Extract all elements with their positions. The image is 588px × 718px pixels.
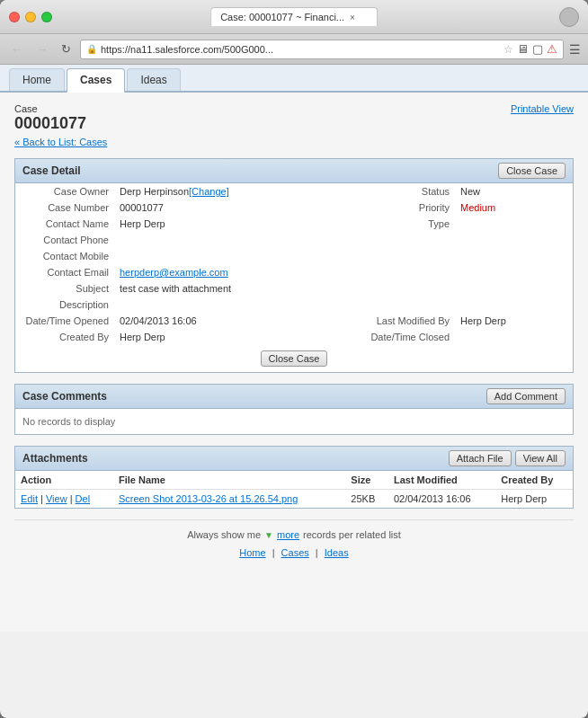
tab-close-icon[interactable]: × bbox=[350, 13, 355, 22]
created-by-label: Created By bbox=[15, 329, 114, 345]
view-attachment-link[interactable]: View bbox=[46, 493, 67, 504]
page-footer: Always show me ▼ more records per relate… bbox=[14, 519, 574, 567]
records-text: records per related list bbox=[303, 529, 401, 540]
case-owner-value: Derp Herpinson[Change] bbox=[114, 183, 365, 199]
dropdown-icon[interactable]: ▼ bbox=[264, 530, 273, 540]
attachments-header: Attachments Attach File View All bbox=[15, 447, 573, 471]
no-records-message: No records to display bbox=[22, 416, 115, 427]
url-text: https://na11.salesforce.com/500G000... bbox=[101, 44, 500, 55]
more-link[interactable]: more bbox=[277, 529, 299, 540]
minimize-button[interactable] bbox=[25, 12, 36, 22]
del-attachment-link[interactable]: Del bbox=[76, 493, 91, 504]
footer-ideas-link[interactable]: Ideas bbox=[325, 547, 349, 558]
tab-title: Case: 00001077 ~ Financi... bbox=[220, 12, 344, 22]
status-label: Status bbox=[365, 183, 455, 199]
back-to-list-link[interactable]: « Back to List: Cases bbox=[14, 137, 574, 147]
contact-email-value: herpderp@example.com bbox=[114, 264, 573, 280]
col-last-modified: Last Modified bbox=[388, 471, 495, 490]
priority-label: Priority bbox=[365, 199, 455, 216]
tab-home[interactable]: Home bbox=[9, 68, 65, 91]
contact-mobile-value bbox=[114, 248, 365, 264]
window-controls bbox=[9, 12, 52, 22]
email-link[interactable]: herpderp@example.com bbox=[120, 267, 228, 278]
description-value bbox=[114, 297, 573, 313]
edit-attachment-link[interactable]: Edit bbox=[21, 493, 38, 504]
case-comments-section: Case Comments Add Comment No records to … bbox=[14, 384, 574, 435]
refresh-button[interactable]: ↻ bbox=[58, 40, 75, 58]
browser-tab[interactable]: Case: 00001077 ~ Financi... × bbox=[210, 7, 378, 26]
footer-sep-2: | bbox=[316, 547, 318, 558]
change-owner-link[interactable]: [Change] bbox=[189, 186, 229, 197]
case-number-label: Case Number bbox=[15, 199, 114, 216]
user-avatar bbox=[559, 7, 579, 27]
contact-name-value: Herp Derp bbox=[114, 216, 365, 232]
contact-phone-label: Contact Phone bbox=[15, 232, 114, 248]
tab-cases[interactable]: Cases bbox=[67, 68, 125, 93]
attachment-created-by: Herp Derp bbox=[495, 490, 573, 509]
tab-ideas[interactable]: Ideas bbox=[127, 68, 180, 91]
window-icon[interactable]: ▢ bbox=[532, 42, 543, 56]
title-bar: Case: 00001077 ~ Financi... × bbox=[0, 0, 588, 34]
status-value: New bbox=[455, 183, 573, 199]
attachments-section: Attachments Attach File View All Action … bbox=[14, 446, 574, 509]
case-owner-label: Case Owner bbox=[15, 183, 114, 199]
table-row: Case Owner Derp Herpinson[Change] Status… bbox=[15, 183, 573, 199]
table-row: Contact Mobile bbox=[15, 248, 573, 264]
table-row: Contact Name Herp Derp Type bbox=[15, 216, 573, 232]
case-comments-title: Case Comments bbox=[22, 390, 107, 403]
contact-email-label: Contact Email bbox=[15, 264, 114, 280]
screen-icon[interactable]: 🖥 bbox=[517, 42, 529, 56]
attach-file-button[interactable]: Attach File bbox=[449, 450, 512, 466]
close-case-button-top[interactable]: Close Case bbox=[498, 163, 566, 179]
case-header: Case 00001077 Printable View bbox=[14, 103, 574, 133]
browser-window: Case: 00001077 ~ Financi... × ← → ↻ 🔒 ht… bbox=[0, 0, 588, 718]
datetime-closed-label: Date/Time Closed bbox=[365, 329, 455, 345]
case-comments-body: No records to display bbox=[15, 409, 573, 434]
footer-cases-link[interactable]: Cases bbox=[281, 547, 309, 558]
file-link[interactable]: Screen Shot 2013-03-26 at 15.26.54.png bbox=[119, 493, 298, 504]
subject-value: test case with attachment bbox=[114, 280, 573, 297]
case-number: 00001077 bbox=[14, 114, 86, 133]
close-case-button-bottom[interactable]: Close Case bbox=[261, 350, 328, 367]
contact-phone-value bbox=[114, 232, 365, 248]
table-row: Created By Herp Derp Date/Time Closed bbox=[15, 329, 573, 345]
last-modified-by-value: Herp Derp bbox=[455, 313, 573, 329]
table-row: Subject test case with attachment bbox=[15, 280, 573, 297]
lock-icon: 🔒 bbox=[86, 44, 97, 54]
attachments-buttons: Attach File View All bbox=[449, 450, 566, 466]
table-header-row: Action File Name Size Last Modified Crea… bbox=[15, 471, 573, 490]
attachment-size: 25KB bbox=[345, 490, 388, 509]
attachments-title: Attachments bbox=[22, 452, 88, 465]
bookmark-icon[interactable]: ☆ bbox=[503, 43, 513, 56]
close-case-row: Close Case bbox=[15, 345, 573, 372]
case-detail-title: Case Detail bbox=[22, 164, 81, 177]
case-label: Case bbox=[14, 103, 86, 114]
table-row: Description bbox=[15, 297, 573, 313]
datetime-opened-label: Date/Time Opened bbox=[15, 313, 114, 329]
view-all-button[interactable]: View All bbox=[515, 450, 566, 466]
close-button[interactable] bbox=[9, 12, 20, 22]
subject-label: Subject bbox=[15, 280, 114, 297]
maximize-button[interactable] bbox=[41, 12, 52, 22]
attachments-table: Action File Name Size Last Modified Crea… bbox=[15, 471, 573, 508]
col-filename: File Name bbox=[113, 471, 345, 490]
table-row: Edit | View | Del Screen Shot 2013-03-26… bbox=[15, 490, 573, 509]
footer-home-link[interactable]: Home bbox=[239, 547, 265, 558]
case-detail-header: Case Detail Close Case bbox=[15, 159, 573, 183]
always-show-text: Always show me bbox=[187, 529, 261, 540]
datetime-closed-value bbox=[455, 329, 573, 345]
table-row: Contact Phone bbox=[15, 232, 573, 248]
case-detail-section: Case Detail Close Case Case Owner Derp H… bbox=[14, 158, 574, 373]
alert-icon[interactable]: ⚠ bbox=[547, 42, 557, 56]
forward-button[interactable]: → bbox=[32, 40, 52, 58]
col-action: Action bbox=[15, 471, 113, 490]
back-button[interactable]: ← bbox=[7, 40, 27, 58]
url-bar[interactable]: 🔒 https://na11.salesforce.com/500G000...… bbox=[80, 40, 564, 59]
add-comment-button[interactable]: Add Comment bbox=[486, 388, 566, 404]
menu-icon[interactable]: ☰ bbox=[569, 42, 581, 57]
footer-sep-1: | bbox=[272, 547, 275, 558]
footer-links: Home | Cases | Ideas bbox=[23, 547, 565, 558]
printable-view-link[interactable]: Printable View bbox=[511, 103, 574, 114]
address-bar: ← → ↻ 🔒 https://na11.salesforce.com/500G… bbox=[0, 34, 588, 65]
datetime-opened-value: 02/04/2013 16:06 bbox=[114, 313, 365, 329]
